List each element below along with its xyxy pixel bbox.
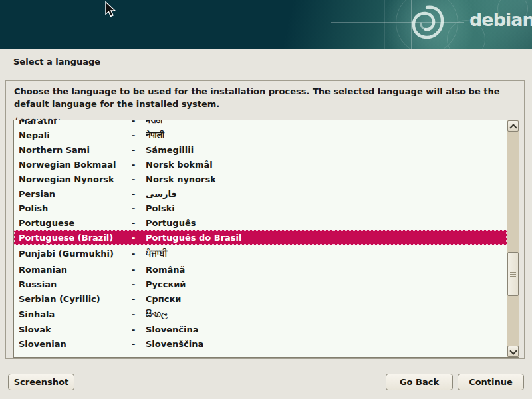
list-item[interactable]: Norwegian Bokmaal-Norsk bokmål — [14, 157, 507, 172]
language-english-name: Portuguese (Brazil) — [14, 233, 132, 243]
instruction-text: Choose the language to be used for the i… — [14, 85, 514, 110]
scrollbar-thumb[interactable] — [507, 252, 519, 296]
language-native-name: සිංහල — [146, 309, 507, 319]
list-item[interactable]: Russian-Русский — [14, 277, 507, 291]
separator-dash: - — [132, 249, 146, 259]
separator-dash: - — [132, 203, 146, 213]
chevron-up-icon — [509, 124, 517, 131]
chevron-down-icon — [509, 347, 517, 354]
separator-dash: - — [132, 189, 146, 199]
list-item[interactable]: Marathi-मराठी — [14, 120, 507, 128]
list-item[interactable]: Sinhala-සිංහල — [14, 306, 507, 322]
separator-dash: - — [132, 130, 146, 140]
go-back-button[interactable]: Go Back — [386, 374, 453, 390]
thumb-grip — [510, 274, 516, 275]
screenshot-button[interactable]: Screenshot — [8, 374, 74, 390]
language-english-name: Russian — [14, 279, 132, 289]
language-english-name: Norwegian Nynorsk — [14, 174, 132, 184]
thumb-grip — [510, 276, 516, 277]
list-item[interactable]: Slovak-Slovenčina — [14, 322, 507, 336]
language-native-name: Română — [146, 265, 507, 275]
language-native-name: Sámegillii — [146, 145, 507, 155]
language-native-name: मराठी — [146, 120, 507, 126]
debian-swirl-icon — [407, 3, 447, 45]
banner-guide-line — [384, 0, 385, 49]
continue-button[interactable]: Continue — [458, 374, 524, 390]
separator-dash: - — [132, 279, 146, 289]
separator-dash: - — [132, 145, 146, 155]
list-item[interactable]: Nepali-नेपाली — [14, 128, 507, 142]
language-english-name: Norwegian Bokmaal — [14, 160, 132, 170]
language-english-name: Portuguese — [14, 218, 132, 228]
language-native-name: Norsk nynorsk — [146, 174, 507, 184]
language-native-name: Slovenščina — [146, 339, 507, 349]
separator-dash: - — [132, 174, 146, 184]
list-item[interactable]: Portuguese (Brazil)-Português do Brasil — [14, 230, 507, 245]
language-english-name: Nepali — [14, 130, 132, 140]
language-english-name: Slovenian — [14, 339, 132, 349]
language-english-name: Serbian (Cyrillic) — [14, 294, 132, 304]
separator-dash: - — [132, 309, 146, 319]
language-english-name: Persian — [14, 189, 132, 199]
installer-banner: debian8 — [0, 0, 532, 49]
language-native-name: Slovenčina — [146, 325, 507, 334]
language-native-name: Norsk bokmål — [146, 160, 507, 170]
language-listbox: Marathi-मराठीNepali-नेपालीNorthern Sami-… — [13, 120, 519, 358]
list-item[interactable]: Northern Sami-Sámegillii — [14, 142, 507, 157]
language-native-name: Português do Brasil — [146, 233, 507, 243]
language-list: Marathi-मराठीNepali-नेपालीNorthern Sami-… — [14, 120, 507, 351]
list-item[interactable]: Punjabi (Gurmukhi)-ਪੰਜਾਬੀ — [14, 245, 507, 262]
list-item[interactable]: Slovenian-Slovenščina — [14, 336, 507, 351]
list-item[interactable]: Portuguese-Português — [14, 215, 507, 230]
separator-dash: - — [132, 218, 146, 228]
language-english-name: Punjabi (Gurmukhi) — [14, 249, 132, 259]
list-item[interactable]: Norwegian Nynorsk-Norsk nynorsk — [14, 172, 507, 186]
language-native-name: ਪੰਜਾਬੀ — [146, 248, 507, 259]
language-native-name: Português — [146, 218, 507, 228]
language-native-name: فارسی — [146, 189, 507, 199]
language-english-name: Polish — [14, 203, 132, 213]
language-list-viewport: Marathi-मराठीNepali-नेपालीNorthern Sami-… — [14, 120, 507, 357]
language-english-name: Northern Sami — [14, 145, 132, 155]
list-item[interactable]: Persian-فارسی — [14, 186, 507, 201]
scroll-up-button[interactable] — [507, 120, 519, 132]
thumb-grip — [510, 272, 516, 273]
mouse-cursor — [105, 1, 117, 19]
language-native-name: Polski — [146, 203, 507, 213]
content-frame: Choose the language to be used for the i… — [5, 80, 525, 359]
separator-dash: - — [132, 339, 146, 349]
language-english-name: Slovak — [14, 325, 132, 334]
language-native-name: Српски — [146, 294, 507, 304]
list-item[interactable]: Romanian-Română — [14, 262, 507, 277]
separator-dash: - — [132, 294, 146, 304]
language-english-name: Sinhala — [14, 309, 132, 319]
language-english-name: Romanian — [14, 265, 132, 275]
list-item[interactable]: Serbian (Cyrillic)-Српски — [14, 291, 507, 306]
separator-dash: - — [132, 265, 146, 275]
language-native-name: नेपाली — [146, 130, 507, 140]
debian-wordmark: debian8 — [469, 9, 532, 30]
separator-dash: - — [132, 233, 146, 243]
language-native-name: Русский — [146, 279, 507, 289]
vertical-scrollbar[interactable] — [507, 120, 519, 357]
page-title: Select a language — [13, 57, 100, 66]
separator-dash: - — [132, 325, 146, 334]
list-item[interactable]: Polish-Polski — [14, 201, 507, 215]
separator-dash: - — [132, 120, 146, 126]
scroll-down-button[interactable] — [507, 346, 519, 357]
separator-dash: - — [132, 160, 146, 170]
language-english-name: Marathi — [14, 120, 132, 126]
